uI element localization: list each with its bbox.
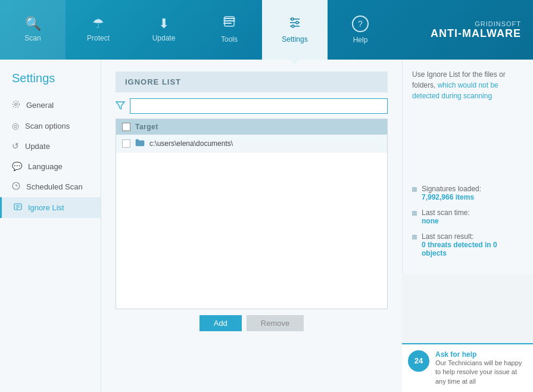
sidebar-item-scheduled-scan[interactable]: Scheduled Scan [0,176,101,197]
sidebar-item-update[interactable]: ↺ Update [0,136,101,156]
svg-point-11 [13,101,20,108]
ignore-list-table: Target c:\users\elena\documents\ [116,119,388,309]
help-title: Ask for help [435,350,527,359]
help-body: Our Technicians will be happy to help re… [435,359,527,386]
nav-item-help[interactable]: ? Help [328,0,393,60]
stat-label-2: Last scan time: [422,209,470,217]
sidebar-label-language: Language [28,162,63,171]
stat-value-2: none [422,217,470,225]
scan-options-icon: ◎ [12,121,19,130]
help-circle-icon: 24 [408,350,429,372]
nav-item-protect[interactable]: ☂ Protect [66,0,131,60]
svg-marker-17 [116,102,124,109]
stat-value-3: 0 threats detected in 0 objects [422,241,523,257]
remove-button[interactable]: Remove [247,315,304,331]
help-icon: ? [352,15,369,32]
ignore-list-icon [14,203,22,213]
sidebar-label-scheduled-scan: Scheduled Scan [26,182,83,191]
settings-icon [288,16,302,32]
sidebar-label-update: Update [25,142,50,151]
protect-icon: ☂ [92,17,104,30]
right-panel: Use Ignore List for the files or folders… [402,60,533,274]
sidebar-item-scan-options[interactable]: ◎ Scan options [0,116,101,136]
filter-input[interactable] [130,98,388,114]
settings-title: Settings [0,71,101,95]
stat-content-2: Last scan time: none [422,209,470,225]
sidebar-item-general[interactable]: General [0,95,101,116]
stat-last-scan: Last scan time: none [412,209,523,225]
general-icon [12,100,20,110]
nav-label-help: Help [353,36,368,44]
tools-icon [222,16,236,32]
sidebar-item-ignore-list[interactable]: Ignore List [0,197,101,218]
nav-bar: 🔍 Scan ☂ Protect ⬇ Update Tools [0,0,431,60]
folder-icon [135,138,145,148]
sidebar-label-scan-options: Scan options [25,122,70,130]
sidebar-item-language[interactable]: 💬 Language [0,156,101,176]
filter-row [116,98,388,114]
nav-label-settings: Settings [282,35,307,43]
stat-dot-3 [412,235,417,239]
panel-description: Use Ignore List for the files or folders… [412,69,523,101]
help-text: Ask for help Our Technicians will be hap… [435,350,527,386]
row-path: c:\users\elena\documents\ [149,139,233,148]
nav-item-settings[interactable]: Settings [262,0,328,60]
button-row: Add Remove [116,315,388,331]
table-header: Target [116,119,387,135]
stat-label-1: Signatures loaded: [422,185,481,193]
main-area: Settings General ◎ Scan options ↺ Update… [0,60,533,392]
filter-icon [116,101,125,112]
update-icon: ⬇ [158,17,169,30]
section-header: IGNORE LIST [116,71,388,92]
nav-item-update[interactable]: ⬇ Update [131,0,197,60]
sidebar-label-ignore-list: Ignore List [28,203,64,212]
nav-label-tools: Tools [221,35,238,43]
target-column-header: Target [135,123,158,131]
nav-item-tools[interactable]: Tools [197,0,262,60]
stat-last-result: Last scan result: 0 threats detected in … [412,232,523,257]
panel-description-highlight: which would not be detected during scann… [412,81,498,100]
svg-point-8 [296,21,298,24]
svg-point-10 [15,103,17,105]
stat-value-1: 7,992,966 items [422,193,481,201]
nav-item-scan[interactable]: 🔍 Scan [0,0,66,60]
language-icon: 💬 [12,161,22,171]
svg-rect-0 [223,18,235,19]
row-checkbox[interactable] [122,139,130,148]
stat-dot-1 [412,187,417,192]
brand-bottom: ANTI-MALWARE [431,27,521,40]
table-row[interactable]: c:\users\elena\documents\ [116,135,387,153]
stat-content-1: Signatures loaded: 7,992,966 items [422,185,481,201]
stat-content-3: Last scan result: 0 threats detected in … [422,232,523,257]
scheduled-scan-icon [12,182,20,192]
scan-icon: 🔍 [25,17,41,30]
header: 🔍 Scan ☂ Protect ⬇ Update Tools [0,0,533,60]
nav-label-scan: Scan [24,34,40,42]
nav-label-protect: Protect [87,34,110,42]
brand-top: GRIDINSOFT [431,20,521,27]
sidebar-label-general: General [26,101,54,110]
svg-rect-1 [223,20,235,21]
stat-signatures: Signatures loaded: 7,992,966 items [412,185,523,201]
sidebar: Settings General ◎ Scan options ↺ Update… [0,60,101,392]
stat-label-3: Last scan result: [422,232,523,241]
content-area: IGNORE LIST Target c:\use [101,60,402,392]
right-panel-wrapper: Use Ignore List for the files or folders… [402,60,533,392]
help-box[interactable]: 24 Ask for help Our Technicians will be … [402,343,533,392]
nav-label-update: Update [152,34,176,42]
update-sidebar-icon: ↺ [12,141,19,151]
select-all-checkbox[interactable] [122,123,130,131]
stat-dot-2 [412,211,417,216]
svg-point-9 [292,25,294,27]
brand: GRIDINSOFT ANTI-MALWARE [431,20,521,40]
svg-point-7 [291,18,294,20]
add-button[interactable]: Add [200,315,242,331]
